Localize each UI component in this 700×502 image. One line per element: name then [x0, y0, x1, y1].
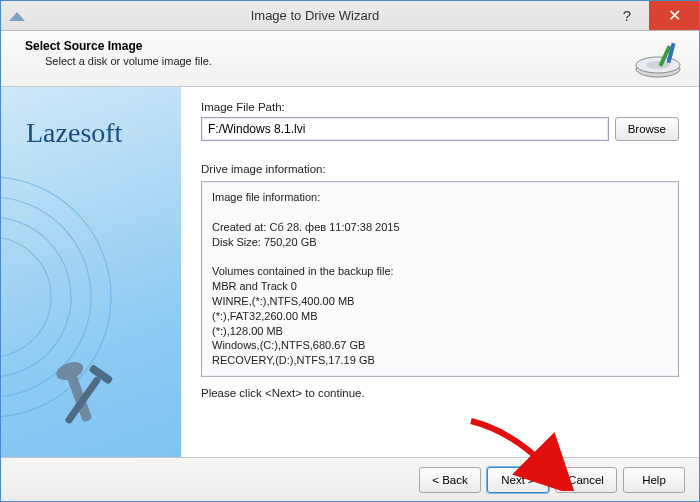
- close-icon: ✕: [668, 6, 681, 25]
- wizard-side-panel: Lazesoft: [1, 87, 181, 457]
- svg-point-8: [1, 237, 51, 357]
- wizard-header: Select Source Image Select a disk or vol…: [1, 31, 699, 87]
- back-button[interactable]: < Back: [419, 467, 481, 493]
- browse-button[interactable]: Browse: [615, 117, 679, 141]
- help-icon: ?: [623, 7, 631, 24]
- wizard-footer: < Back Next > Cancel Help: [1, 457, 699, 501]
- help-button-footer[interactable]: Help: [623, 467, 685, 493]
- page-title: Select Source Image: [25, 39, 212, 53]
- page-subtitle: Select a disk or volume image file.: [25, 55, 212, 67]
- path-label: Image File Path:: [201, 101, 679, 113]
- tools-icon: [36, 357, 126, 447]
- svg-point-2: [646, 61, 670, 69]
- window-controls: ? ✕: [605, 1, 699, 30]
- close-button[interactable]: ✕: [649, 1, 699, 30]
- image-path-input[interactable]: [201, 117, 609, 141]
- app-icon: [9, 8, 25, 24]
- wizard-content: Image File Path: Browse Drive image info…: [181, 87, 699, 457]
- info-label: Drive image information:: [201, 163, 679, 175]
- window-title: Image to Drive Wizard: [25, 8, 605, 23]
- hint-text: Please click <Next> to continue.: [201, 387, 679, 399]
- drive-icon: [633, 39, 683, 79]
- brand-logo: Lazesoft: [26, 117, 122, 149]
- titlebar: Image to Drive Wizard ? ✕: [1, 1, 699, 31]
- next-button[interactable]: Next >: [487, 467, 549, 493]
- help-button[interactable]: ?: [605, 1, 649, 30]
- cancel-button[interactable]: Cancel: [555, 467, 617, 493]
- drive-info-box: Image file information: Created at: Сб 2…: [201, 181, 679, 377]
